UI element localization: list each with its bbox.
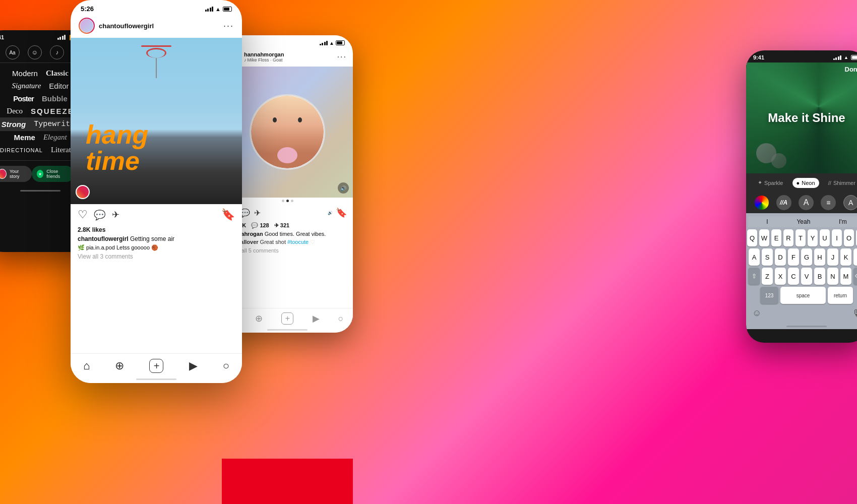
- text-icon[interactable]: Aa: [6, 45, 20, 59]
- phone3-nav-reels[interactable]: ▶: [313, 313, 320, 324]
- suggestion-i[interactable]: I: [766, 218, 768, 225]
- key-r[interactable]: R: [783, 229, 793, 246]
- your-story-button[interactable]: Your story: [0, 166, 32, 182]
- phone2-status-icons: ▲: [205, 6, 232, 12]
- phone-instagram-feed: 5:26 ▲ chantouflowergirl ···: [71, 0, 242, 383]
- font-strong[interactable]: Strong: [2, 120, 26, 129]
- key-f[interactable]: F: [788, 248, 799, 266]
- font-deco[interactable]: Deco: [7, 107, 23, 115]
- key-w[interactable]: W: [759, 229, 769, 246]
- font-bubble[interactable]: Bubble: [42, 94, 68, 103]
- key-d[interactable]: D: [775, 248, 786, 266]
- done-button[interactable]: Done: [845, 66, 858, 73]
- key-return[interactable]: return: [828, 287, 853, 304]
- post3-username[interactable]: hannahmorgan: [244, 51, 284, 57]
- key-m[interactable]: M: [840, 268, 851, 285]
- post3-hashtag[interactable]: #toocute: [287, 239, 309, 245]
- font-modern[interactable]: Modern: [12, 69, 38, 78]
- phone2-status-bar: 5:26 ▲: [71, 0, 242, 15]
- key-q[interactable]: Q: [747, 229, 757, 246]
- key-l[interactable]: L: [853, 248, 857, 266]
- key-n[interactable]: N: [827, 268, 838, 285]
- comment-icon[interactable]: 💬: [94, 209, 106, 221]
- nav-reels-icon[interactable]: ▶: [189, 359, 198, 372]
- nav-home-icon[interactable]: ⌂: [83, 359, 90, 372]
- text-background-icon[interactable]: A: [843, 195, 857, 210]
- key-123[interactable]: 123: [760, 287, 778, 304]
- key-s[interactable]: S: [762, 248, 773, 266]
- key-a[interactable]: A: [749, 248, 760, 266]
- emoji-icon[interactable]: ☺: [752, 308, 761, 319]
- music-icon[interactable]: ♪: [50, 45, 64, 59]
- font-style-icon[interactable]: //A: [776, 195, 791, 210]
- dot-1: [282, 200, 284, 202]
- post3-volume-icon[interactable]: 🔊: [328, 211, 333, 215]
- shimmer-icon: //: [828, 180, 831, 186]
- font-squeeze[interactable]: SQUEEZE: [31, 107, 74, 115]
- save-icon[interactable]: 🔖: [221, 208, 235, 221]
- phone3-nav-profile[interactable]: ○: [338, 313, 344, 324]
- suggestion-im[interactable]: I'm: [839, 218, 847, 225]
- key-c[interactable]: C: [788, 268, 799, 285]
- post3-user-detail: hannahmorgan ♪ Mike Floss · Goat: [244, 51, 284, 62]
- text-align-icon[interactable]: A: [799, 195, 814, 210]
- key-t[interactable]: T: [795, 229, 806, 246]
- key-j[interactable]: J: [827, 248, 838, 266]
- sparkle-effect[interactable]: ✦ Sparkle: [754, 177, 787, 188]
- font-elegant[interactable]: Elegant: [43, 133, 67, 142]
- post-bottom-avatar[interactable]: [76, 185, 90, 199]
- font-classic[interactable]: Classic: [46, 69, 69, 78]
- volume-icon[interactable]: 🔊: [338, 182, 349, 194]
- post-caption: chantouflowergirl Getting some air: [71, 234, 242, 243]
- neon-icon: ●: [797, 180, 800, 186]
- key-space[interactable]: space: [780, 287, 826, 304]
- key-k[interactable]: K: [840, 248, 851, 266]
- nav-search-icon[interactable]: ⊕: [115, 359, 124, 372]
- post-username[interactable]: chantouflowergirl: [99, 22, 154, 30]
- font-editor[interactable]: Editor: [49, 82, 69, 90]
- post3-more-icon[interactable]: ···: [337, 52, 347, 61]
- effect-selector: ✦ Sparkle ● Neon // Shimmer: [746, 173, 857, 192]
- keyboard-bottom-bar: ☺ 🎙: [748, 306, 857, 321]
- like-icon[interactable]: ♡: [78, 208, 88, 221]
- key-o[interactable]: O: [844, 229, 854, 246]
- key-x[interactable]: X: [775, 268, 786, 285]
- close-friends-button[interactable]: ★ Close friends: [32, 166, 74, 182]
- font-directional[interactable]: DIRECTIONAL: [0, 147, 43, 153]
- neon-effect[interactable]: ● Neon: [792, 178, 819, 188]
- key-shift[interactable]: ⇧: [748, 268, 760, 285]
- post-caption-pod: 🌿 pia.in.a.pod Letss gooooo 🏀: [71, 243, 242, 252]
- key-g[interactable]: G: [801, 248, 812, 266]
- key-e[interactable]: E: [771, 229, 781, 246]
- font-poster[interactable]: Poster: [13, 94, 34, 103]
- key-h[interactable]: H: [814, 248, 825, 266]
- nav-profile-icon[interactable]: ○: [223, 359, 229, 372]
- key-delete[interactable]: ⌫: [853, 268, 857, 285]
- key-v[interactable]: V: [801, 268, 812, 285]
- color-picker-icon[interactable]: [755, 196, 769, 210]
- view-comments-link[interactable]: View all 3 comments: [71, 252, 242, 261]
- key-y[interactable]: Y: [808, 229, 818, 246]
- phone3-nav-search[interactable]: ⊕: [255, 313, 263, 324]
- key-z[interactable]: Z: [762, 268, 773, 285]
- signal-bars-2: [205, 7, 214, 12]
- caption-username[interactable]: chantouflowergirl: [78, 235, 129, 242]
- font-signature[interactable]: Signature: [12, 82, 41, 90]
- post3-share-icon[interactable]: ✈: [254, 208, 261, 218]
- nav-create-icon[interactable]: +: [149, 359, 163, 373]
- text-spacing-icon[interactable]: ≡: [821, 195, 836, 210]
- post3-save-icon[interactable]: 🔖: [336, 207, 347, 218]
- sticker-icon[interactable]: ☺: [28, 45, 42, 59]
- more-options-icon[interactable]: ···: [223, 21, 234, 31]
- font-meme[interactable]: Meme: [14, 133, 35, 142]
- shimmer-effect[interactable]: // Shimmer: [824, 178, 857, 188]
- share-icon[interactable]: ✈: [112, 209, 119, 220]
- phone2-time: 5:26: [81, 5, 94, 13]
- key-b[interactable]: B: [814, 268, 825, 285]
- face-area: [251, 96, 324, 168]
- phone3-nav-create[interactable]: +: [281, 312, 293, 325]
- key-i[interactable]: I: [832, 229, 842, 246]
- suggestion-yeah[interactable]: Yeah: [797, 218, 810, 225]
- key-u[interactable]: U: [820, 229, 830, 246]
- microphone-icon[interactable]: 🎙: [852, 308, 857, 319]
